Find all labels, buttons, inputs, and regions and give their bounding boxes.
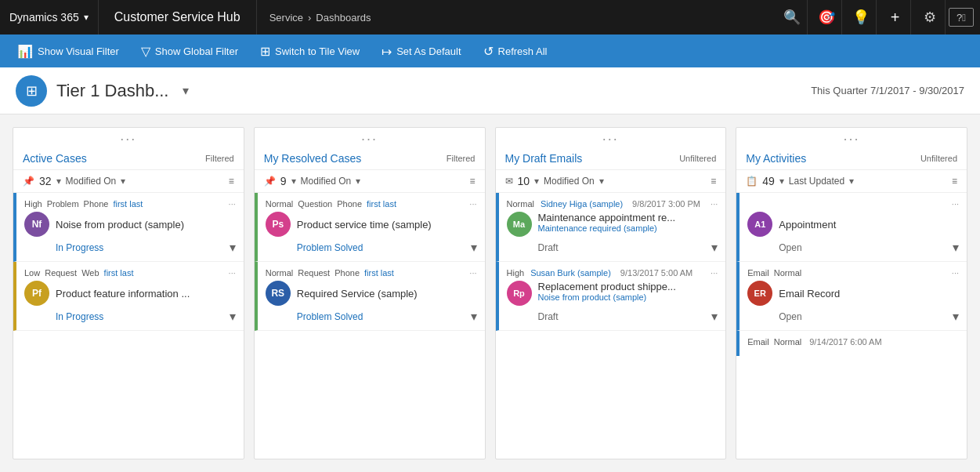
email-user-link[interactable]: Sidney Higa (sample): [541, 199, 623, 209]
dashboard-chevron[interactable]: ▾: [183, 83, 189, 98]
case-item-dots[interactable]: ···: [229, 199, 236, 209]
breadcrumb-service[interactable]: Service: [269, 12, 303, 24]
activity-item-meta: Email Normal 9/14/2017 6:00 AM: [747, 337, 959, 347]
view-options-icon[interactable]: ≡: [229, 176, 234, 187]
card-subheader: 📌 9 ▾ Modified On ▾ ≡: [255, 170, 485, 193]
show-visual-filter-button[interactable]: 📊 Show Visual Filter: [6, 34, 130, 67]
sort-down-icon[interactable]: ▾: [56, 176, 61, 187]
case-name[interactable]: Product service time (sample): [297, 219, 432, 231]
sort-chevron[interactable]: ▾: [356, 176, 360, 187]
case-user-link[interactable]: first last: [113, 199, 143, 209]
sort-chevron[interactable]: ▾: [121, 176, 125, 187]
avatar: A1: [747, 212, 772, 237]
case-user-link[interactable]: first last: [367, 199, 396, 209]
expand-icon[interactable]: ▾: [711, 240, 718, 255]
tile-view-label: Switch to Tile View: [275, 45, 360, 57]
avatar: Nf: [24, 212, 49, 237]
email-item-dots[interactable]: ···: [711, 199, 718, 209]
sort-label[interactable]: Modified On: [544, 176, 595, 187]
settings-icon[interactable]: ⚙: [914, 0, 946, 34]
sort-down-icon[interactable]: ▾: [779, 176, 784, 187]
case-name[interactable]: Noise from product (sample): [56, 219, 184, 231]
activity-name[interactable]: Appointment: [779, 219, 836, 231]
set-default-button[interactable]: ↦ Set As Default: [371, 34, 472, 67]
activity-item-dots[interactable]: ···: [952, 199, 959, 209]
activity-item-meta: Email Normal ···: [747, 268, 959, 278]
my-draft-emails-title: My Draft Emails: [505, 152, 583, 165]
view-options-icon[interactable]: ≡: [469, 176, 475, 187]
activity-item-body: A1 Appointment: [747, 212, 959, 237]
card-menu-dots[interactable]: ···: [496, 128, 726, 149]
case-type: Request: [45, 268, 77, 278]
hub-title[interactable]: Customer Service Hub: [99, 0, 257, 34]
avatar: Ps: [266, 212, 291, 237]
table-row: Email Normal ··· ER Email Record Open ▾: [736, 262, 967, 331]
help-icon[interactable]: ?⃝: [949, 8, 974, 27]
case-item-dots[interactable]: ···: [469, 268, 476, 278]
case-item-dots[interactable]: ···: [229, 268, 236, 278]
activity-item-footer: Open ▾: [779, 240, 959, 255]
expand-icon[interactable]: ▾: [230, 309, 236, 324]
active-cases-title: Active Cases: [23, 152, 87, 165]
case-item-footer: In Progress ▾: [56, 306, 236, 324]
activity-item-footer: Open ▾: [779, 309, 959, 324]
refresh-button[interactable]: ↺ Refresh All: [472, 34, 559, 67]
expand-icon[interactable]: ▾: [230, 240, 236, 255]
email-subject[interactable]: Replacement product shippe...: [538, 281, 718, 292]
table-row: Normal Question Phone first last ··· Ps …: [255, 193, 485, 262]
sort-label[interactable]: Modified On: [66, 176, 117, 187]
sort-chevron[interactable]: ▾: [599, 176, 604, 187]
sort-label[interactable]: Last Updated: [789, 176, 844, 187]
sort-down-icon[interactable]: ▾: [534, 176, 539, 187]
email-item-dots[interactable]: ···: [711, 268, 718, 278]
activity-item-dots[interactable]: ···: [952, 268, 959, 278]
case-item-dots[interactable]: ···: [469, 199, 476, 209]
email-subtext[interactable]: Noise from product (sample): [538, 292, 718, 302]
card-header: My Draft Emails Unfiltered: [496, 149, 726, 170]
case-name[interactable]: Product feature information ...: [56, 288, 190, 300]
search-icon[interactable]: 🔍: [776, 0, 808, 34]
expand-icon[interactable]: ▾: [953, 309, 959, 324]
target-icon[interactable]: 🎯: [811, 0, 842, 34]
case-user-link[interactable]: first last: [104, 268, 134, 278]
view-options-icon[interactable]: ≡: [711, 176, 716, 187]
case-user-link[interactable]: first last: [364, 268, 394, 278]
activity-name[interactable]: Email Record: [779, 288, 840, 300]
show-global-filter-button[interactable]: ▽ Show Global Filter: [130, 34, 249, 67]
card-menu-dots[interactable]: ···: [736, 128, 967, 149]
case-channel: Phone: [84, 199, 109, 209]
card-subheader: ✉ 10 ▾ Modified On ▾ ≡: [496, 170, 726, 193]
activity-item-body: ER Email Record: [747, 281, 959, 306]
add-icon[interactable]: +: [880, 0, 911, 34]
email-subject[interactable]: Maintenance appointment re...: [538, 212, 718, 223]
switch-tile-view-button[interactable]: ⊞ Switch to Tile View: [249, 34, 371, 67]
lightbulb-icon[interactable]: 💡: [845, 0, 877, 34]
case-channel: Web: [81, 268, 99, 278]
breadcrumb-dashboards[interactable]: Dashboards: [316, 12, 371, 24]
sort-down-icon[interactable]: ▾: [291, 176, 296, 187]
expand-icon[interactable]: ▾: [471, 309, 477, 324]
email-subtext[interactable]: Maintenance required (sample): [538, 223, 718, 233]
dynamics365-chevron: ▾: [84, 12, 89, 23]
dynamics365-menu[interactable]: Dynamics 365 ▾: [0, 0, 99, 34]
active-cases-list: High Problem Phone first last ··· Nf Noi…: [13, 193, 244, 459]
sort-chevron[interactable]: ▾: [849, 176, 854, 187]
case-status: Problem Solved: [297, 242, 363, 253]
card-menu-dots[interactable]: ···: [255, 128, 485, 149]
activity-type: Email: [747, 268, 769, 278]
my-activities-filter: Unfiltered: [920, 154, 957, 163]
case-name[interactable]: Required Service (sample): [297, 288, 418, 300]
expand-icon[interactable]: ▾: [471, 240, 477, 255]
view-options-icon[interactable]: ≡: [952, 176, 957, 187]
email-user-link[interactable]: Susan Burk (sample): [530, 268, 611, 278]
card-menu-dots[interactable]: ···: [13, 128, 244, 149]
expand-icon[interactable]: ▾: [953, 240, 959, 255]
case-item-body: Pf Product feature information ...: [24, 281, 236, 306]
email-date: 9/13/2017 5:00 AM: [620, 268, 693, 278]
my-activities-title: My Activities: [746, 152, 806, 165]
sort-label[interactable]: Modified On: [301, 176, 352, 187]
expand-icon[interactable]: ▾: [711, 309, 718, 324]
my-resolved-cases-filter: Filtered: [447, 154, 476, 163]
case-item-footer: In Progress ▾: [56, 237, 236, 255]
table-row: High Problem Phone first last ··· Nf Noi…: [13, 193, 244, 262]
